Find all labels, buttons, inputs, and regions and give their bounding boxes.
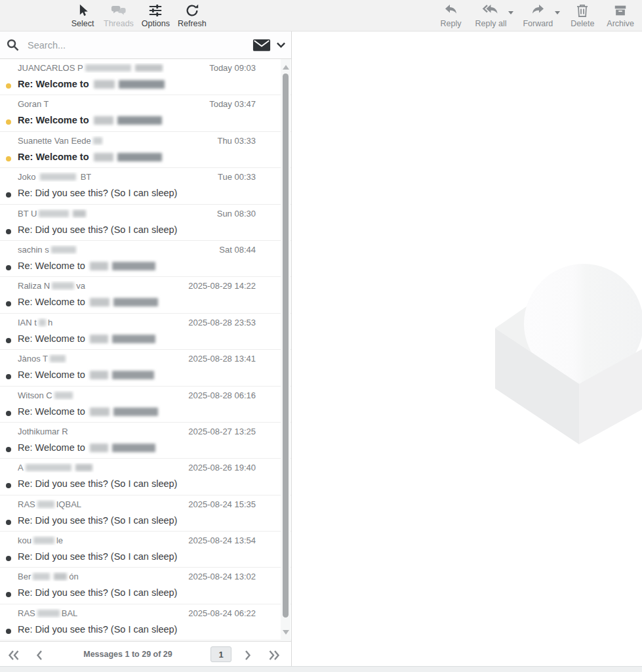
message-actions-left: Select Threads Options xyxy=(67,0,209,30)
redacted-text xyxy=(39,319,46,326)
redacted-text xyxy=(119,80,165,89)
mail-subject: Re: Did you see this? (So I can sleep) xyxy=(18,551,177,562)
mail-subject: Re: Did you see this? (So I can sleep) xyxy=(18,188,177,198)
mail-date: 2025-08-26 19:40 xyxy=(188,463,256,472)
redacted-text xyxy=(40,173,76,180)
mail-sender: sachin s xyxy=(18,245,78,255)
options-button[interactable]: Options xyxy=(139,0,172,30)
archive-button[interactable]: Archive xyxy=(604,0,637,30)
mail-date: Today 09:03 xyxy=(209,63,256,73)
read-status-dot xyxy=(6,520,11,525)
mail-subject: Re: Welcome to xyxy=(18,442,157,453)
reply-all-icon xyxy=(482,3,500,18)
delete-label: Delete xyxy=(571,19,594,28)
mail-list-item[interactable]: IAN th 2025-08-28 23:53 Re: Welcome to xyxy=(0,314,291,350)
mail-sender: BT U xyxy=(18,209,88,219)
redacted-text xyxy=(93,137,102,144)
previous-page-button[interactable] xyxy=(34,648,45,663)
redacted-text xyxy=(33,573,50,580)
read-status-dot xyxy=(6,192,11,198)
read-status-dot xyxy=(6,592,11,597)
forward-button[interactable]: Forward xyxy=(520,0,555,30)
read-status-dot xyxy=(6,156,11,161)
mail-list-item[interactable]: sachin s Sat 08:44 Re: Welcome to xyxy=(0,241,291,277)
envelope-icon[interactable] xyxy=(251,37,272,53)
reply-button[interactable]: Reply xyxy=(435,0,467,30)
mail-list-item[interactable]: Witson C 2025-08-28 06:16 Re: Welcome to xyxy=(0,387,291,423)
read-status-dot xyxy=(6,483,11,488)
mail-sender: JUANCARLOS P xyxy=(18,63,165,73)
select-button[interactable]: Select xyxy=(67,0,98,30)
redacted-text xyxy=(85,64,131,72)
scrollbar-thumb[interactable] xyxy=(283,74,289,618)
mail-list-item[interactable]: Suanette Van Eede Thu 03:33 Re: Welcome … xyxy=(0,132,291,168)
mail-date: Tue 00:33 xyxy=(218,172,256,182)
redacted-text xyxy=(90,262,108,270)
mail-subject: Re: Welcome to xyxy=(18,261,157,271)
mail-subject: Re: Did you see this? (So I can sleep) xyxy=(18,587,177,598)
redacted-text xyxy=(26,464,71,471)
mail-list-item[interactable]: Jànos T 2025-08-28 13:41 Re: Welcome to xyxy=(0,350,291,386)
mail-list-item[interactable]: Joko BT Tue 00:33 Re: Did you see this? … xyxy=(0,168,291,204)
redacted-text xyxy=(54,392,73,399)
mail-sender: Jothikumar R xyxy=(18,427,68,436)
forward-label: Forward xyxy=(523,19,553,28)
reply-all-button[interactable]: Reply all xyxy=(473,0,510,30)
page-number-button[interactable]: 1 xyxy=(211,646,231,662)
redacted-text xyxy=(90,335,108,343)
redacted-text xyxy=(90,444,108,452)
list-scrollbar[interactable] xyxy=(281,59,291,641)
read-status-dot xyxy=(6,338,11,343)
search-input[interactable] xyxy=(26,39,251,51)
redacted-text xyxy=(73,210,86,217)
mail-date: 2025-08-27 13:25 xyxy=(188,427,256,436)
redacted-text xyxy=(112,262,155,270)
mail-subject: Re: Welcome to xyxy=(18,115,164,125)
scroll-down-icon[interactable] xyxy=(281,626,291,638)
redacted-text xyxy=(112,444,155,452)
archive-label: Archive xyxy=(607,19,634,28)
search-bar xyxy=(0,32,291,59)
next-page-button[interactable] xyxy=(243,648,253,663)
mail-list-item[interactable]: JUANCARLOS P Today 09:03 Re: Welcome to xyxy=(0,59,291,95)
search-icon xyxy=(6,38,20,52)
mail-date: 2025-08-28 13:41 xyxy=(188,354,256,364)
mail-list-item[interactable]: koule 2025-08-24 13:54 Re: Did you see t… xyxy=(0,532,291,568)
select-label: Select xyxy=(71,19,94,28)
mail-date: 2025-08-28 06:16 xyxy=(188,390,256,400)
refresh-button[interactable]: Refresh xyxy=(175,0,209,30)
delete-button[interactable]: Delete xyxy=(567,0,598,30)
mail-list-item[interactable]: BT U Sun 08:30 Re: Did you see this? (So… xyxy=(0,205,291,241)
refresh-label: Refresh xyxy=(178,19,207,28)
mail-list-item[interactable]: Goran T Today 03:47 Re: Welcome to xyxy=(0,95,291,131)
redacted-text xyxy=(54,573,67,580)
mail-list-item[interactable]: Jothikumar R 2025-08-27 13:25 Re: Welcom… xyxy=(0,423,291,459)
mail-subject: Re: Did you see this? (So I can sleep) xyxy=(18,624,177,635)
mail-sender: Raliza Nva xyxy=(18,281,85,291)
mail-date: 2025-08-24 06:22 xyxy=(188,608,256,618)
mail-list-item[interactable]: Raliza Nva 2025-08-29 14:22 Re: Welcome … xyxy=(0,277,291,313)
redacted-text xyxy=(51,246,76,253)
chevron-down-icon[interactable] xyxy=(275,39,287,51)
mail-sender: koule xyxy=(18,536,63,545)
redacted-text xyxy=(113,408,158,416)
forward-menu-arrow-icon[interactable] xyxy=(555,11,560,14)
redacted-text xyxy=(135,64,163,72)
threads-icon xyxy=(111,3,127,18)
options-label: Options xyxy=(142,19,170,28)
mail-date: 2025-08-29 14:22 xyxy=(188,281,256,291)
reply-all-menu-arrow-icon[interactable] xyxy=(508,11,513,14)
mail-list-item[interactable]: RASBAL 2025-08-24 06:22 Re: Did you see … xyxy=(0,604,291,640)
last-page-button[interactable] xyxy=(266,648,283,663)
first-page-button[interactable] xyxy=(5,648,22,663)
mail-subject: Re: Did you see this? (So I can sleep) xyxy=(18,224,177,235)
pagination-status: Messages 1 to 29 of 29 xyxy=(75,650,180,659)
threads-button[interactable]: Threads xyxy=(101,0,136,30)
mail-list-item[interactable]: RASIQBAL 2025-08-24 15:35 Re: Did you se… xyxy=(0,495,291,532)
mail-date: 2025-08-24 13:54 xyxy=(188,536,256,545)
scroll-up-icon[interactable] xyxy=(281,61,291,73)
mail-list-item[interactable]: A 2025-08-26 19:40 Re: Did you see this?… xyxy=(0,459,291,495)
mail-subject: Re: Welcome to xyxy=(18,406,160,417)
mail-date: Sat 08:44 xyxy=(219,245,256,255)
mail-list-item[interactable]: Berón 2025-08-24 13:02 Re: Did you see t… xyxy=(0,568,291,604)
